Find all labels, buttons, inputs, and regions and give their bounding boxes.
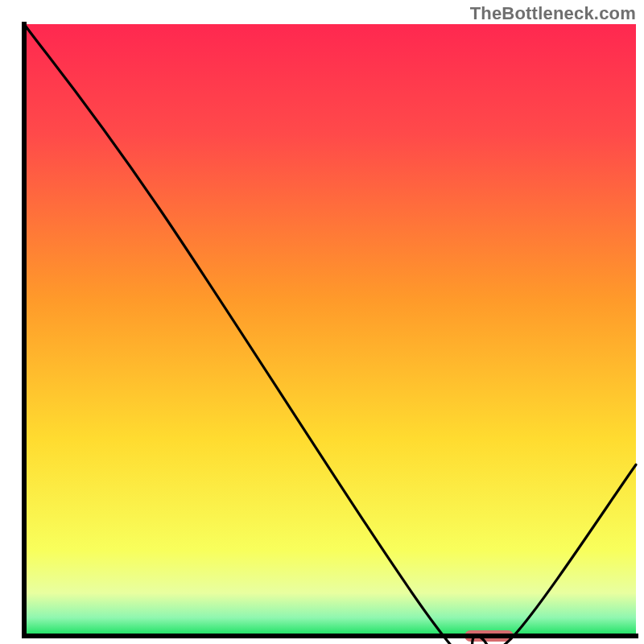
plot-background	[24, 24, 636, 636]
chart-root: TheBottleneck.com	[0, 0, 644, 644]
chart-svg	[0, 0, 644, 644]
